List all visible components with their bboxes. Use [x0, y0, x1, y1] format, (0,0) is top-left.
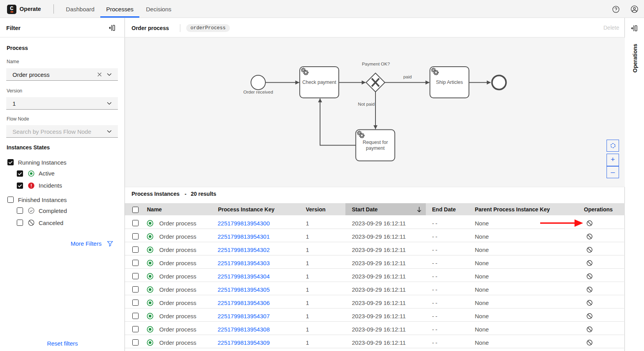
- svg-text:Order received: Order received: [243, 90, 273, 94]
- svg-text:Request for: Request for: [363, 140, 388, 145]
- svg-text:payment: payment: [366, 145, 385, 151]
- svg-text:paid: paid: [403, 74, 412, 79]
- svg-text:Check payment: Check payment: [302, 80, 336, 85]
- svg-text:Ship Articles: Ship Articles: [436, 80, 463, 85]
- svg-text:Payment OK?: Payment OK?: [362, 62, 390, 66]
- svg-text:Not paid: Not paid: [358, 102, 375, 106]
